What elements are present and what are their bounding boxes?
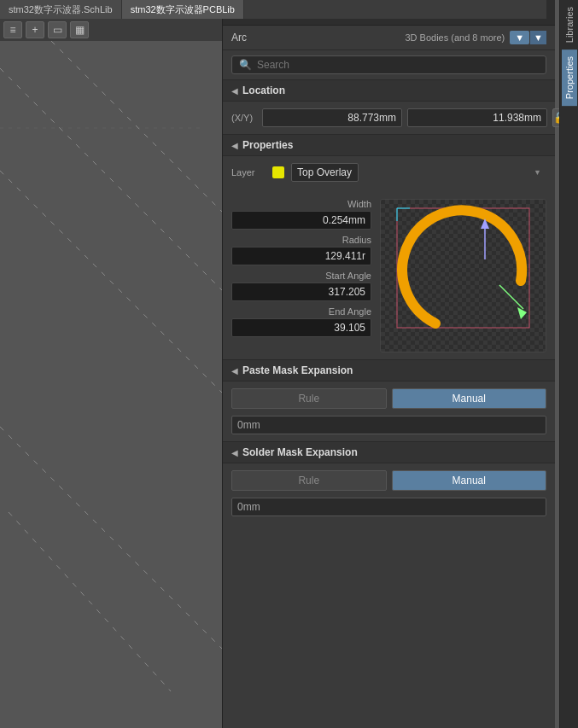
svg-line-0 bbox=[0, 68, 222, 290]
start-angle-label: Start Angle bbox=[231, 271, 371, 281]
search-input[interactable] bbox=[257, 59, 539, 71]
search-input-wrapper: 🔍 bbox=[231, 55, 546, 74]
width-label: Width bbox=[231, 199, 371, 209]
paste-mask-manual-button[interactable]: Manual bbox=[392, 388, 547, 409]
location-content: (X/Y) 🔓 bbox=[223, 102, 555, 134]
checker-background bbox=[381, 200, 546, 352]
object-filter-label: 3D Bodies (and 8 more) bbox=[405, 32, 505, 43]
arc-svg bbox=[381, 200, 546, 349]
tab-bar: stm32数字示波器.SchLib stm32数字示波器PCBLib bbox=[0, 0, 546, 19]
solder-mask-header[interactable]: ◀ Solder Mask Expansion bbox=[223, 441, 555, 463]
end-angle-label: End Angle bbox=[231, 306, 371, 317]
solder-mask-value-input[interactable] bbox=[231, 498, 546, 516]
filter-dropdown-button[interactable]: ▼ bbox=[530, 31, 546, 44]
svg-line-2 bbox=[0, 427, 222, 649]
solder-mask-title: Solder Mask Expansion bbox=[242, 446, 358, 458]
start-angle-input[interactable] bbox=[231, 282, 371, 301]
solder-mask-value-row bbox=[231, 498, 546, 516]
filter-button-panel[interactable]: ▼ bbox=[510, 31, 529, 44]
arc-diagram-area: Width Radius Start Angle End Angle bbox=[223, 195, 555, 359]
filter-icon: ▼ bbox=[515, 32, 524, 43]
paste-mask-title: Paste Mask Expansion bbox=[242, 364, 353, 376]
arc-diagram bbox=[380, 199, 546, 352]
solder-mask-section: ◀ Solder Mask Expansion Rule Manual bbox=[223, 441, 555, 523]
paste-mask-rule-button[interactable]: Rule bbox=[231, 388, 387, 409]
paste-mask-content: Rule Manual bbox=[223, 381, 555, 441]
svg-line-11 bbox=[499, 285, 523, 309]
search-row: 🔍 bbox=[223, 50, 555, 79]
paste-mask-section: ◀ Paste Mask Expansion Rule Manual bbox=[223, 359, 555, 441]
search-icon: 🔍 bbox=[239, 59, 252, 71]
solder-mask-manual-button[interactable]: Manual bbox=[392, 470, 547, 491]
chart-button[interactable]: ▦ bbox=[70, 21, 89, 38]
layer-row: Layer Top Overlay bbox=[231, 163, 546, 182]
properties-section-title: Properties bbox=[242, 139, 293, 151]
coord-row: (X/Y) 🔓 bbox=[231, 108, 546, 127]
svg-line-1 bbox=[0, 171, 222, 393]
end-angle-prop-row: End Angle bbox=[231, 306, 371, 337]
x-coord-input[interactable] bbox=[262, 108, 402, 127]
paste-mask-value-row bbox=[231, 416, 546, 434]
layer-select-wrapper: Top Overlay bbox=[291, 163, 546, 182]
radius-input[interactable] bbox=[231, 247, 371, 265]
right-sidebar: Libraries Properties bbox=[559, 0, 578, 728]
properties-section-header[interactable]: ◀ Properties bbox=[223, 134, 555, 156]
sidebar-properties-label[interactable]: Properties bbox=[562, 50, 577, 106]
width-prop-row: Width bbox=[231, 199, 371, 230]
canvas-area bbox=[0, 0, 222, 728]
layer-select[interactable]: Top Overlay bbox=[291, 163, 359, 182]
sidebar-libraries-label[interactable]: Libraries bbox=[562, 0, 577, 50]
properties-content: Layer Top Overlay bbox=[223, 156, 555, 195]
start-angle-prop-row: Start Angle bbox=[231, 271, 371, 301]
radius-label: Radius bbox=[231, 235, 371, 245]
toolbar: ≡ + ▭ ▦ bbox=[0, 19, 222, 41]
solder-mask-toggle-row: Rule Manual bbox=[231, 470, 546, 491]
select-button[interactable]: ▭ bbox=[48, 21, 67, 38]
add-button[interactable]: + bbox=[26, 21, 44, 38]
end-angle-input[interactable] bbox=[231, 318, 371, 337]
location-section: ◀ Location (X/Y) 🔓 bbox=[223, 79, 555, 134]
location-arrow-icon: ◀ bbox=[231, 86, 238, 96]
y-coord-input[interactable] bbox=[407, 108, 547, 127]
width-input[interactable] bbox=[231, 211, 371, 230]
paste-mask-toggle-row: Rule Manual bbox=[231, 388, 546, 409]
svg-line-3 bbox=[51, 41, 222, 212]
tab-pcblib[interactable]: stm32数字示波器PCBLib bbox=[122, 0, 244, 19]
object-type-label: Arc bbox=[231, 32, 405, 44]
solder-mask-arrow-icon: ◀ bbox=[231, 448, 238, 457]
filter-button[interactable]: ≡ bbox=[3, 21, 22, 38]
arc-properties: Width Radius Start Angle End Angle bbox=[231, 199, 371, 352]
canvas-svg bbox=[0, 0, 222, 728]
tab-schlib[interactable]: stm32数字示波器.SchLib bbox=[0, 0, 122, 19]
object-type-row: Arc 3D Bodies (and 8 more) ▼ ▼ bbox=[223, 26, 555, 50]
properties-panel: Properties ▼ – × Arc 3D Bodies (and 8 mo… bbox=[222, 0, 555, 728]
properties-arrow-icon: ◀ bbox=[231, 141, 238, 150]
svg-line-4 bbox=[9, 512, 171, 691]
solder-mask-content: Rule Manual bbox=[223, 463, 555, 523]
paste-mask-value-input[interactable] bbox=[231, 416, 546, 434]
location-section-title: Location bbox=[242, 84, 285, 96]
solder-mask-rule-button[interactable]: Rule bbox=[231, 470, 387, 491]
xy-label: (X/Y) bbox=[231, 113, 257, 123]
layer-color-swatch bbox=[272, 166, 284, 178]
paste-mask-header[interactable]: ◀ Paste Mask Expansion bbox=[223, 359, 555, 381]
location-section-header[interactable]: ◀ Location bbox=[223, 79, 555, 102]
svg-marker-12 bbox=[517, 307, 527, 319]
properties-section: ◀ Properties Layer Top Overlay Width bbox=[223, 134, 555, 359]
radius-prop-row: Radius bbox=[231, 235, 371, 265]
paste-mask-arrow-icon: ◀ bbox=[231, 366, 238, 376]
layer-label: Layer bbox=[231, 167, 266, 178]
